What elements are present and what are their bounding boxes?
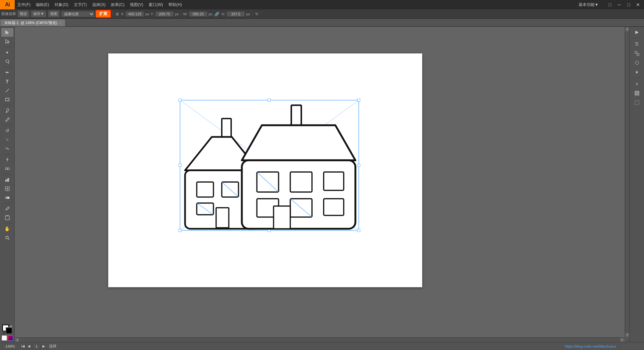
svg-rect-33 xyxy=(357,164,360,167)
workspace-label[interactable]: 基本功能▼ xyxy=(579,2,604,8)
fill-stroke-selector[interactable]: ⇄ ⬛ xyxy=(2,325,12,334)
selection-tool[interactable] xyxy=(1,28,13,37)
menu-object[interactable]: 对象(O) xyxy=(52,0,71,9)
expand-button[interactable]: 扩展 xyxy=(96,10,111,17)
rotate-icon[interactable]: ↻ xyxy=(255,12,259,16)
r-panel1-button[interactable]: ☰ xyxy=(631,40,643,48)
gradient-color[interactable] xyxy=(8,335,13,341)
separator1 xyxy=(113,11,113,17)
menu-window[interactable]: 窗口(W) xyxy=(146,0,166,9)
svg-line-20 xyxy=(8,238,9,240)
first-page-button[interactable]: |◀ xyxy=(20,344,26,349)
menu-edit[interactable]: 编辑(E) xyxy=(33,0,52,9)
color-tools: ⇄ ⬛ xyxy=(2,325,13,342)
left-toolbar: ✦ ✒ T ↺ ⤡ xyxy=(0,27,15,342)
preset-button[interactable]: 预设 xyxy=(17,10,29,17)
menu-file[interactable]: 文件(F) xyxy=(15,0,33,9)
view-button[interactable]: 视图 xyxy=(48,10,60,17)
tracing-mode-select[interactable]: 描摹结果 xyxy=(61,11,95,17)
menu-effect[interactable]: 效果(C) xyxy=(108,0,127,9)
document-tab[interactable]: 未标题-1 @ 148% (CMYK/预览) × xyxy=(0,19,65,26)
px-label3: px xyxy=(209,12,213,16)
w-input[interactable] xyxy=(189,11,207,17)
tab-bar: 未标题-1 @ 148% (CMYK/预览) × xyxy=(0,19,644,27)
swap-colors-icon[interactable]: ⇄ xyxy=(10,325,12,328)
svg-line-15 xyxy=(6,209,6,210)
vertical-scrollbar[interactable] xyxy=(625,27,629,337)
svg-rect-8 xyxy=(5,180,6,182)
type-tool[interactable]: T xyxy=(1,77,13,86)
svg-rect-29 xyxy=(179,99,181,102)
prev-page-button[interactable]: ◀ xyxy=(26,344,32,349)
scroll-left-button[interactable] xyxy=(15,338,19,342)
lasso-tool[interactable] xyxy=(1,57,13,66)
r-panel5-button[interactable]: ≡ xyxy=(631,79,643,88)
close-button[interactable]: ✕ xyxy=(635,1,641,8)
zoom-tool[interactable] xyxy=(1,233,13,242)
warp-tool[interactable] xyxy=(1,144,13,153)
magic-wand-tool[interactable]: ✦ xyxy=(1,48,13,57)
y-label: Y: xyxy=(151,12,154,16)
blend-tool[interactable] xyxy=(1,164,13,173)
artboard xyxy=(108,53,422,287)
direct-selection-tool[interactable] xyxy=(1,37,13,46)
r-panel4-button[interactable]: ★ xyxy=(631,68,643,76)
px-label4: px xyxy=(246,12,250,16)
width-tool[interactable] xyxy=(1,155,13,164)
options-bar: 图像描摹 预设 储存▼ 视图 描摹结果 扩展 ⊞ X: px Y: px W: … xyxy=(0,9,644,19)
menu-type[interactable]: 文字(T) xyxy=(71,0,90,9)
pencil-tool[interactable] xyxy=(1,115,13,124)
pen-tool[interactable]: ✒ xyxy=(1,68,13,77)
scroll-right-button[interactable] xyxy=(620,338,625,342)
svg-point-19 xyxy=(6,236,8,239)
save-button[interactable]: 储存▼ xyxy=(31,10,46,17)
tracing-label: 图像描摹 xyxy=(1,11,16,16)
stroke-color[interactable] xyxy=(6,327,12,334)
paintbrush-tool[interactable] xyxy=(1,106,13,115)
extra-icon-button[interactable]: □ xyxy=(607,1,613,8)
r-panel7-button[interactable] xyxy=(631,98,643,107)
tab-close-button[interactable]: × xyxy=(59,21,61,25)
tool-sep3 xyxy=(2,105,12,105)
x-label: X: xyxy=(121,12,124,16)
default-colors-icon[interactable]: ⬛ xyxy=(2,331,6,334)
menu-help[interactable]: 帮助(H) xyxy=(166,0,185,9)
scale-tool[interactable]: ⤡ xyxy=(1,135,13,144)
scroll-up-button[interactable] xyxy=(625,27,629,31)
svg-point-23 xyxy=(635,61,639,64)
menu-view[interactable]: 视图(V) xyxy=(127,0,146,9)
r-panel2-button[interactable] xyxy=(631,49,643,58)
scroll-down-button[interactable] xyxy=(625,333,629,337)
hand-tool[interactable]: ✋ xyxy=(1,224,13,233)
title-bar-left: Ai 文件(F) 编辑(E) 对象(O) 文字(T) 选择(S) 效果(C) 视… xyxy=(0,0,185,9)
current-page-input[interactable] xyxy=(32,344,40,349)
graph-tool[interactable] xyxy=(1,175,13,184)
tool-sep6 xyxy=(2,174,12,174)
zoom-input[interactable] xyxy=(3,344,18,349)
status-indicator[interactable] xyxy=(621,344,641,349)
minimize-button[interactable]: ─ xyxy=(616,1,623,8)
rectangle-tool[interactable] xyxy=(1,95,13,104)
horizontal-scrollbar[interactable] xyxy=(15,337,625,342)
menu-select[interactable]: 选择(S) xyxy=(90,0,108,9)
next-page-button[interactable]: ▶ xyxy=(41,344,46,349)
eyedropper-tool[interactable] xyxy=(1,204,13,213)
rotate-tool[interactable]: ↺ xyxy=(1,126,13,135)
zoom-control xyxy=(3,344,18,349)
artboard-tool[interactable] xyxy=(1,213,13,222)
r-arrow-button[interactable] xyxy=(631,28,643,37)
y-input[interactable] xyxy=(155,11,174,17)
mesh-tool[interactable] xyxy=(1,184,13,193)
r-panel6-button[interactable] xyxy=(631,89,643,98)
maximize-button[interactable]: □ xyxy=(625,1,632,8)
artboard-container xyxy=(15,27,625,337)
none-color[interactable] xyxy=(2,335,7,341)
x-input[interactable] xyxy=(126,11,144,17)
svg-rect-57 xyxy=(274,206,290,229)
h-input[interactable] xyxy=(226,11,245,17)
gradient-tool[interactable] xyxy=(1,193,13,202)
svg-rect-21 xyxy=(635,51,637,53)
r-panel3-button[interactable] xyxy=(631,58,643,67)
line-tool[interactable] xyxy=(1,86,13,95)
link-icon[interactable]: 🔗 xyxy=(214,12,220,16)
